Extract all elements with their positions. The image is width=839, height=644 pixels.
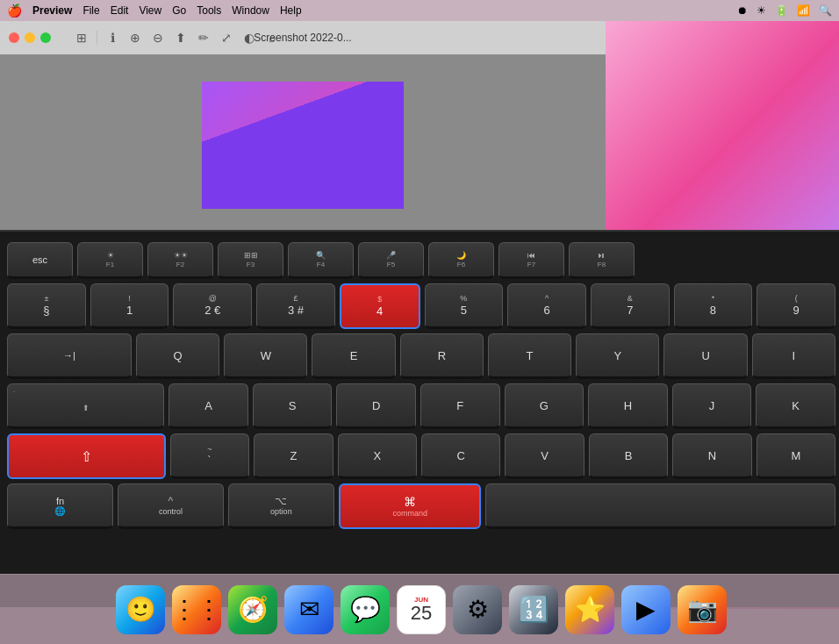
caps-lock-key[interactable]: · ⬆ <box>7 383 164 429</box>
apple-logo[interactable]: 🍎 <box>7 4 22 18</box>
key-3[interactable]: £ 3 # <box>256 283 335 329</box>
preview-triangle <box>202 82 404 209</box>
t-label: T <box>527 349 534 362</box>
key-m[interactable]: M <box>757 433 835 479</box>
f3-key[interactable]: ⊞⊞ F3 <box>218 242 283 279</box>
key-a[interactable]: A <box>169 383 248 429</box>
key-6[interactable]: ^ 6 <box>507 283 586 329</box>
zoom-in-icon[interactable]: ⊕ <box>127 30 143 46</box>
fn-key-bottom[interactable]: fn 🌐 <box>7 483 113 529</box>
option-key[interactable]: ⌥ option <box>228 483 334 529</box>
key-d[interactable]: D <box>336 383 416 429</box>
f2-key[interactable]: ☀☀ F2 <box>147 242 213 279</box>
key-7[interactable]: & 7 <box>591 283 670 329</box>
key-6-main: 6 <box>543 304 549 317</box>
f6-key[interactable]: 🌙 F6 <box>428 242 494 279</box>
maximize-button[interactable] <box>40 32 51 43</box>
dock-mail[interactable]: ✉ <box>284 585 333 634</box>
key-c[interactable]: C <box>421 433 500 479</box>
key-1[interactable]: ! 1 <box>90 283 169 329</box>
key-5[interactable]: % 5 <box>425 283 504 329</box>
dock-quicktime[interactable]: ▶ <box>621 585 670 634</box>
markup-icon[interactable]: ✏ <box>196 30 212 46</box>
key-t[interactable]: T <box>488 333 571 379</box>
key-x[interactable]: X <box>338 433 417 479</box>
dock-launchpad[interactable]: ⋮⋮ <box>172 585 221 634</box>
left-shift-key[interactable]: ⇧ <box>7 433 166 479</box>
close-button[interactable] <box>9 32 19 43</box>
dock-calendar[interactable]: JUN 25 <box>397 585 446 634</box>
search-icon[interactable]: 🔍 <box>819 4 832 17</box>
r-label: R <box>438 349 446 362</box>
menu-file[interactable]: File <box>82 4 99 17</box>
key-5-top: % <box>460 294 467 304</box>
key-8[interactable]: * 8 <box>674 283 753 329</box>
sidebar-toggle-icon[interactable]: ⊞ <box>74 30 90 46</box>
asdf-key-row: · ⬆ A S D F G H J <box>7 383 835 429</box>
imovie-icon: ⭐ <box>575 595 606 624</box>
menu-help[interactable]: Help <box>280 4 302 17</box>
key-f[interactable]: F <box>420 383 500 429</box>
key-h[interactable]: H <box>588 383 668 429</box>
key-i[interactable]: I <box>752 333 835 379</box>
key-9[interactable]: ( 9 <box>757 283 835 329</box>
f8-key[interactable]: ⏯ F8 <box>569 242 635 279</box>
zxcv-key-row: ⇧ ~ ˋ Z X C V B N <box>7 433 835 479</box>
menu-view[interactable]: View <box>139 4 161 17</box>
menu-go[interactable]: Go <box>172 4 186 17</box>
menu-tools[interactable]: Tools <box>197 4 221 17</box>
info-icon[interactable]: ℹ <box>104 30 120 46</box>
zoom-out-icon[interactable]: ⊖ <box>150 30 166 46</box>
f2-icon: ☀☀ <box>174 251 188 261</box>
dock-messages[interactable]: 💬 <box>341 585 390 634</box>
dock-finder[interactable]: 🙂 <box>116 585 165 634</box>
key-6-top: ^ <box>545 294 549 304</box>
dock-calculator[interactable]: 🔢 <box>509 585 558 634</box>
control-key[interactable]: ^ control <box>118 483 224 529</box>
key-g[interactable]: G <box>505 383 584 429</box>
dock-settings[interactable]: ⚙ <box>453 585 502 634</box>
key-w[interactable]: W <box>224 333 307 379</box>
dock-safari[interactable]: 🧭 <box>228 585 277 634</box>
space-key[interactable] <box>485 483 835 529</box>
key-s[interactable]: S <box>253 383 333 429</box>
key-b[interactable]: B <box>589 433 668 479</box>
keyboard: esc ☀ F1 ☀☀ F2 ⊞⊞ F3 🔍 F4 🎤 F5 <box>0 232 839 536</box>
minimize-button[interactable] <box>25 32 35 43</box>
key-e[interactable]: E <box>312 333 395 379</box>
key-r[interactable]: R <box>400 333 484 379</box>
quicktime-icon: ▶ <box>636 595 656 624</box>
dock-preview[interactable]: 📷 <box>678 585 727 634</box>
key-4[interactable]: $ 4 <box>340 283 420 329</box>
key-n[interactable]: N <box>672 433 751 479</box>
i-label: I <box>792 349 796 362</box>
number-key-row: ± § ! 1 @ 2 € £ 3 # $ 4 % 5 <box>7 283 835 329</box>
key-v[interactable]: V <box>505 433 584 479</box>
key-j[interactable]: J <box>672 383 752 429</box>
menu-preview[interactable]: Preview <box>32 4 72 17</box>
key-7-top: & <box>627 294 633 304</box>
dock-imovie[interactable]: ⭐ <box>565 585 614 634</box>
menu-edit[interactable]: Edit <box>111 4 129 17</box>
f5-key[interactable]: 🎤 F5 <box>358 242 424 279</box>
crop-icon[interactable]: ⤢ <box>219 30 234 46</box>
esc-key[interactable]: esc <box>7 242 73 279</box>
menu-window[interactable]: Window <box>232 4 269 17</box>
key-u[interactable]: U <box>663 333 747 379</box>
f4-key[interactable]: 🔍 F4 <box>288 242 354 279</box>
c-label: C <box>457 449 465 462</box>
section-key[interactable]: ± § <box>7 283 86 329</box>
battery-icon: 🔋 <box>775 4 788 17</box>
f7-key[interactable]: ⏮ F7 <box>498 242 564 279</box>
key-z[interactable]: Z <box>254 433 333 479</box>
key-k[interactable]: K <box>756 383 835 429</box>
tab-key[interactable]: →| <box>7 333 132 379</box>
share-icon[interactable]: ⬆ <box>173 30 189 46</box>
key-q[interactable]: Q <box>136 333 219 379</box>
key-backtick[interactable]: ~ ˋ <box>170 433 249 479</box>
control-label: control <box>159 507 183 516</box>
key-y[interactable]: Y <box>576 333 659 379</box>
f1-key[interactable]: ☀ F1 <box>77 242 143 279</box>
command-key[interactable]: ⌘ command <box>339 483 482 529</box>
key-2[interactable]: @ 2 € <box>173 283 252 329</box>
